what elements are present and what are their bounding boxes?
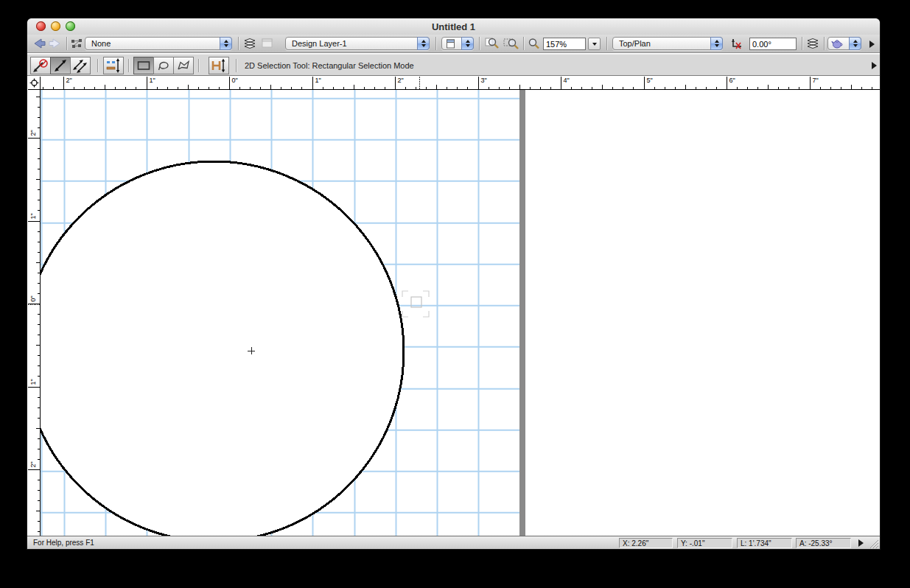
interactive-scale-icon xyxy=(211,58,227,73)
layer-stack-icon xyxy=(243,38,256,49)
ruler-origin-box[interactable] xyxy=(28,77,41,90)
tool-mode-bar: 2D Selection Tool: Rectangular Selection… xyxy=(27,54,880,76)
chevron-down-icon xyxy=(592,43,597,46)
zoom-level-input[interactable] xyxy=(543,38,586,50)
magnifier-icon xyxy=(528,38,540,50)
window-title: Untitled 1 xyxy=(27,21,880,32)
status-bar: For Help, press F1 X: 2.26" Y: -.01" L: … xyxy=(27,536,880,549)
saved-views-button-disabled xyxy=(260,36,275,51)
diagonal-arrow-icon xyxy=(53,58,68,73)
tool-mode-status-text: 2D Selection Tool: Rectangular Selection… xyxy=(245,55,414,77)
layer-options-popup[interactable] xyxy=(441,37,474,50)
mode-handle-drag-button[interactable] xyxy=(103,57,124,74)
polygon-lasso-icon xyxy=(176,60,191,71)
layer-popup-value: Design Layer-1 xyxy=(292,39,347,48)
svg-text:4": 4" xyxy=(564,77,570,84)
mode-polygon-lasso-selection-button[interactable] xyxy=(173,57,194,74)
fit-to-objects-button[interactable] xyxy=(503,36,520,51)
class-navigation-button[interactable] xyxy=(70,36,83,51)
x-coordinate-readout: X: 2.26" xyxy=(619,538,673,548)
cursor-corner-brackets xyxy=(402,291,429,317)
angle-readout: A: -25.33° xyxy=(796,538,851,548)
double-diagonal-arrow-icon xyxy=(72,58,88,73)
statusbar-overflow-arrow[interactable] xyxy=(858,539,864,547)
crosshair-target-icon xyxy=(29,78,39,88)
svg-text:7": 7" xyxy=(813,77,819,84)
teapot-icon xyxy=(831,38,843,49)
svg-text:6": 6" xyxy=(729,77,735,84)
circle-object[interactable] xyxy=(41,161,404,536)
mode-lasso-selection-button[interactable] xyxy=(153,57,174,74)
view-popup-value: Top/Plan xyxy=(619,39,651,48)
sheet-icon xyxy=(262,38,273,49)
mode-rectangular-selection-button[interactable] xyxy=(133,57,154,74)
lasso-icon xyxy=(156,60,171,71)
class-popup[interactable]: None xyxy=(85,37,232,50)
resize-grip[interactable] xyxy=(868,538,879,549)
mode-multiple-object-interactive-button[interactable] xyxy=(70,57,91,74)
svg-text:1": 1" xyxy=(150,77,155,84)
popup-arrows-icon xyxy=(710,37,723,50)
working-plane-button[interactable] xyxy=(728,36,746,51)
class-popup-value: None xyxy=(91,39,111,48)
back-button[interactable] xyxy=(32,36,46,51)
y-coordinate-readout: Y: -.01" xyxy=(677,538,732,548)
title-bar: Untitled 1 xyxy=(27,18,880,35)
forward-button[interactable] xyxy=(48,36,63,51)
layer-popup[interactable]: Design Layer-1 xyxy=(285,37,430,50)
svg-text:2": 2" xyxy=(66,77,72,84)
help-hint-text: For Help, press F1 xyxy=(33,539,94,547)
handle-drag-icon xyxy=(105,58,122,73)
mode-single-object-interactive-button[interactable] xyxy=(50,57,71,74)
main-toolbar: None Design Layer-1 xyxy=(27,35,880,53)
mode-interactive-scaling-button[interactable] xyxy=(209,57,229,74)
back-arrow-icon xyxy=(32,38,46,49)
selection-cursor xyxy=(402,291,429,317)
forward-arrow-icon xyxy=(48,38,63,49)
length-readout: L: 1'.734" xyxy=(737,538,792,548)
render-mode-popup[interactable] xyxy=(827,37,861,50)
vertical-ruler: 2"1"0"1"2" xyxy=(28,90,41,536)
magnifier-page-icon xyxy=(485,37,500,50)
svg-text:2": 2" xyxy=(29,461,37,467)
view-popup[interactable]: Top/Plan xyxy=(612,37,723,50)
svg-text:3": 3" xyxy=(481,77,487,84)
svg-text:0": 0" xyxy=(232,77,238,84)
svg-text:2": 2" xyxy=(29,130,37,136)
page-icon xyxy=(446,39,456,49)
popup-arrows-icon xyxy=(220,37,232,50)
zoom-tool-button[interactable] xyxy=(527,36,540,51)
app-window: Untitled 1 None xyxy=(27,18,880,549)
arrow-prohibited-icon xyxy=(32,58,49,73)
modebar-overflow-arrow[interactable] xyxy=(872,62,877,69)
svg-text:2": 2" xyxy=(398,77,404,84)
svg-text:0": 0" xyxy=(29,295,37,301)
class-options-button[interactable] xyxy=(805,36,820,51)
layer-stack-icon xyxy=(806,38,819,49)
node-graph-icon xyxy=(70,38,83,49)
cursor-box xyxy=(411,297,421,307)
mode-disable-interaction-button[interactable] xyxy=(30,57,51,74)
navigation-palette-button[interactable] xyxy=(242,36,257,51)
axis-icon xyxy=(729,37,745,50)
zoom-out-tool-button[interactable] xyxy=(484,36,500,51)
rotation-angle-input[interactable] xyxy=(749,38,797,50)
horizontal-ruler: 2"1"0"1"2"3"4"5"6"7" xyxy=(41,77,880,90)
zoom-level-dropdown-button[interactable] xyxy=(588,38,601,50)
rectangle-marquee-icon xyxy=(136,60,151,71)
popup-arrows-icon xyxy=(849,37,861,50)
drawing-overlay xyxy=(41,90,880,536)
svg-text:1": 1" xyxy=(29,379,37,385)
svg-text:5": 5" xyxy=(647,77,653,84)
drawing-canvas[interactable] xyxy=(41,90,880,536)
svg-text:1": 1" xyxy=(315,77,321,84)
popup-arrows-icon xyxy=(417,37,430,50)
popup-arrows-icon xyxy=(461,37,474,50)
svg-text:1": 1" xyxy=(29,213,37,219)
magnifier-marquee-icon xyxy=(503,37,519,50)
toolbar-overflow-arrow[interactable] xyxy=(869,41,875,48)
